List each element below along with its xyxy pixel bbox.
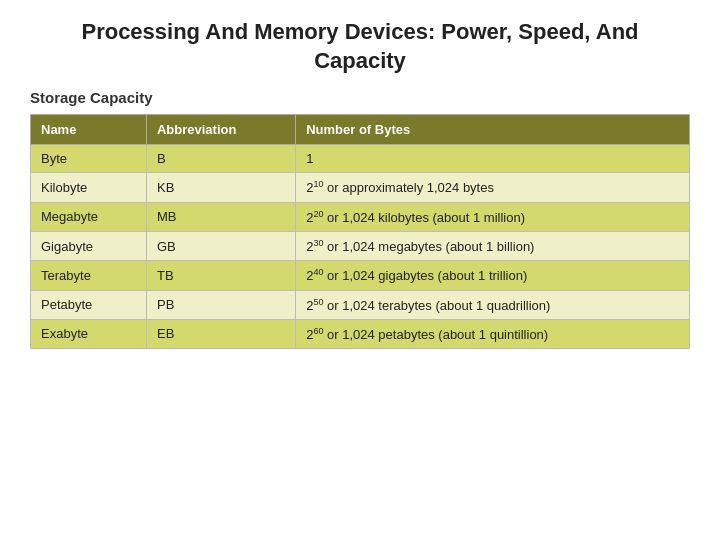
table-row: KilobyteKB210 or approximately 1,024 byt…: [31, 173, 690, 202]
cell-bytes: 210 or approximately 1,024 bytes: [296, 173, 690, 202]
cell-bytes: 1: [296, 145, 690, 173]
table-row: ByteB1: [31, 145, 690, 173]
col-header-abbreviation: Abbreviation: [146, 115, 295, 145]
cell-bytes: 220 or 1,024 kilobytes (about 1 million): [296, 202, 690, 231]
table-row: GigabyteGB230 or 1,024 megabytes (about …: [31, 231, 690, 260]
cell-name: Byte: [31, 145, 147, 173]
col-header-bytes: Number of Bytes: [296, 115, 690, 145]
table-row: TerabyteTB240 or 1,024 gigabytes (about …: [31, 261, 690, 290]
title-line1: Processing And Memory Devices: Power, Sp…: [81, 19, 638, 44]
cell-bytes: 240 or 1,024 gigabytes (about 1 trillion…: [296, 261, 690, 290]
col-header-name: Name: [31, 115, 147, 145]
cell-name: Petabyte: [31, 290, 147, 319]
cell-name: Kilobyte: [31, 173, 147, 202]
table-row: PetabytePB250 or 1,024 terabytes (about …: [31, 290, 690, 319]
storage-capacity-table-container: Name Abbreviation Number of Bytes ByteB1…: [30, 114, 690, 349]
cell-bytes: 230 or 1,024 megabytes (about 1 billion): [296, 231, 690, 260]
cell-name: Megabyte: [31, 202, 147, 231]
title-line2: Capacity: [314, 48, 406, 73]
cell-name: Exabyte: [31, 319, 147, 348]
cell-abbreviation: GB: [146, 231, 295, 260]
table-row: MegabyteMB220 or 1,024 kilobytes (about …: [31, 202, 690, 231]
page-title: Processing And Memory Devices: Power, Sp…: [30, 18, 690, 75]
cell-abbreviation: TB: [146, 261, 295, 290]
cell-abbreviation: B: [146, 145, 295, 173]
cell-name: Gigabyte: [31, 231, 147, 260]
table-header-row: Name Abbreviation Number of Bytes: [31, 115, 690, 145]
cell-abbreviation: KB: [146, 173, 295, 202]
cell-bytes: 250 or 1,024 terabytes (about 1 quadrill…: [296, 290, 690, 319]
cell-abbreviation: MB: [146, 202, 295, 231]
cell-name: Terabyte: [31, 261, 147, 290]
section-title: Storage Capacity: [30, 89, 153, 106]
table-row: ExabyteEB260 or 1,024 petabytes (about 1…: [31, 319, 690, 348]
cell-abbreviation: PB: [146, 290, 295, 319]
storage-capacity-table: Name Abbreviation Number of Bytes ByteB1…: [30, 114, 690, 349]
cell-bytes: 260 or 1,024 petabytes (about 1 quintill…: [296, 319, 690, 348]
cell-abbreviation: EB: [146, 319, 295, 348]
page: Processing And Memory Devices: Power, Sp…: [0, 0, 720, 540]
